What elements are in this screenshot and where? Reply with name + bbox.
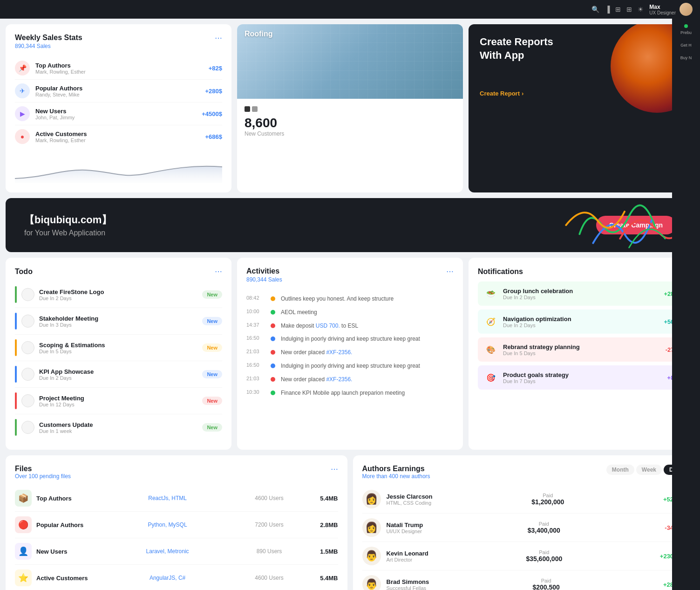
todo-name: Project Meeting: [39, 395, 84, 402]
files-title: Files: [15, 465, 71, 473]
weekly-sales-menu[interactable]: ⋯: [215, 34, 222, 42]
file-left: ⭐ Active Customers: [15, 569, 116, 586]
stat-name: Top Authors: [35, 62, 86, 69]
todo-bar: [15, 392, 17, 409]
activity-dot: [271, 377, 275, 382]
todo-checkbox[interactable]: [21, 368, 34, 381]
notif-due: Due In 5 Days: [503, 350, 580, 356]
activity-item: 21:03 New order placed #XF-2356.: [246, 373, 454, 386]
todo-badge: New: [202, 397, 222, 405]
brightness-icon[interactable]: ☀: [638, 6, 644, 13]
cr-title: Create ReportsWith App: [480, 35, 683, 62]
activity-link[interactable]: #XF-2356.: [326, 349, 352, 356]
roofing-card: Roofing 8,600 New Customers: [237, 24, 463, 192]
new-customers-area: 8,600 New Customers: [237, 99, 463, 144]
notif-icon: 🧭: [483, 314, 498, 329]
right-panel: Prebu Get H Buy N: [672, 19, 700, 590]
stat-row: ● Active Customers Mark, Rowling, Esther…: [15, 125, 222, 148]
todo-item: Scoping & Estimations Due In 5 Days New: [15, 335, 222, 361]
todo-badge: New: [202, 370, 222, 378]
notif-name: Navigation optimization: [503, 316, 571, 322]
todo-item: Project Meeting Due In 12 Days New: [15, 388, 222, 414]
author-amount: $1,200,000: [531, 498, 564, 506]
activity-dot: [271, 336, 275, 341]
notif-icon: 🎨: [483, 342, 498, 357]
content-area: Weekly Sales Stats 890,344 Sales ⋯ 📌 Top…: [0, 19, 700, 590]
right-panel-item-1[interactable]: Prebu: [680, 24, 692, 35]
stat-users: Randy, Steve, Mike: [35, 92, 82, 97]
todo-due: Due In 3 Days: [39, 322, 98, 328]
activity-dot: [271, 310, 275, 315]
todo-item: Create FireStone Logo Due In 2 Days New: [15, 281, 222, 308]
right-panel-item-2[interactable]: Get H: [680, 42, 692, 48]
notif-due: Due In 2 Days: [503, 322, 571, 328]
weekly-sales-subtitle: 890,344 Sales: [15, 43, 82, 49]
author-left: 👩 Natali Trump UI/UX Designer: [362, 518, 423, 537]
activity-time: 16:50: [246, 362, 265, 368]
todo-checkbox[interactable]: [21, 288, 34, 301]
stat-name: Popular Authors: [35, 85, 82, 92]
todo-item: Stakeholder Meeting Due In 3 Days New: [15, 308, 222, 335]
user-info[interactable]: Max UX Designer: [649, 3, 693, 16]
files-menu[interactable]: ⋯: [331, 465, 338, 473]
stat-left: ● Active Customers Mark, Rowling, Esther: [15, 129, 87, 144]
grid-icon[interactable]: ⊞: [626, 6, 632, 13]
activity-text: Make deposit USD 700. to ESL: [281, 322, 358, 330]
apps-icon[interactable]: ⊞: [615, 6, 621, 13]
todo-bar: [15, 366, 17, 383]
todo-checkbox[interactable]: [21, 315, 34, 328]
file-tech: ReactJs, HTML: [116, 495, 218, 501]
file-size: 1.5MB: [320, 548, 338, 555]
activities-title: Activities: [246, 267, 282, 275]
ae-filter-week[interactable]: Week: [636, 465, 662, 475]
file-tech: Python, MySQL: [116, 521, 218, 528]
right-panel-item-3[interactable]: Buy N: [680, 55, 692, 60]
todo-badge: New: [202, 423, 222, 432]
activity-link[interactable]: #XF-2356.: [326, 376, 352, 383]
todo-left: Stakeholder Meeting Due In 3 Days: [15, 313, 98, 329]
stat-users: Mark, Rowling, Esther: [35, 69, 86, 75]
todo-checkbox[interactable]: [21, 421, 34, 434]
nc-icon-dark: [245, 106, 250, 112]
todo-bar: [15, 419, 17, 436]
arrow-icon: ›: [522, 90, 523, 97]
file-size: 5.4MB: [320, 575, 338, 582]
todo-checkbox[interactable]: [21, 341, 34, 354]
activities-menu[interactable]: ⋯: [446, 267, 454, 276]
todo-checkbox[interactable]: [21, 394, 34, 407]
activity-dot: [271, 350, 275, 355]
file-row: 👤 New Users Laravel, Metronic 890 Users …: [15, 538, 338, 565]
activity-link[interactable]: USD 700.: [316, 322, 340, 329]
activity-item: 10:30 Finance KPI Mobile app launch prep…: [246, 386, 454, 400]
author-avatar: 👩: [362, 518, 381, 537]
todo-bar: [15, 339, 17, 356]
author-mid: Paid $200,500: [532, 578, 559, 590]
todo-menu[interactable]: ⋯: [215, 267, 222, 276]
ae-filter-month[interactable]: Month: [606, 465, 634, 475]
file-icon: 👤: [15, 543, 32, 560]
nc-icon-group: [245, 106, 455, 112]
user-avatar[interactable]: [680, 3, 693, 16]
ae-title: Authors Earnings: [362, 465, 430, 473]
file-users: 7200 Users: [218, 521, 320, 528]
user-name: Max: [649, 4, 676, 10]
author-role: UI/UX Designer: [387, 528, 423, 534]
todo-name: Create FireStone Logo: [39, 288, 104, 295]
file-size: 2.8MB: [320, 521, 338, 528]
create-report-link[interactable]: Create Report ›: [480, 90, 683, 97]
nc-label: New Customers: [245, 130, 455, 137]
notif-name: Group lunch celebration: [503, 288, 573, 295]
create-reports-card: Create ReportsWith App Create Report ›: [469, 24, 694, 192]
author-amount: $200,500: [532, 583, 559, 590]
search-icon[interactable]: 🔍: [591, 6, 599, 13]
todo-name: KPI App Showcase: [39, 368, 94, 375]
author-avatar: 👩: [362, 490, 381, 508]
file-row: ⭐ Active Customers AngularJS, C# 4600 Us…: [15, 565, 338, 590]
file-tech: AngularJS, C#: [116, 575, 218, 581]
author-mid: Paid $1,200,000: [531, 493, 564, 506]
nc-number: 8,600: [245, 116, 455, 130]
file-name: Top Authors: [36, 495, 72, 502]
todo-due: Due In 12 Days: [39, 402, 84, 407]
notif-icon: 🥗: [483, 286, 498, 301]
todo-left: Customers Update Due In 1 week: [15, 419, 93, 436]
